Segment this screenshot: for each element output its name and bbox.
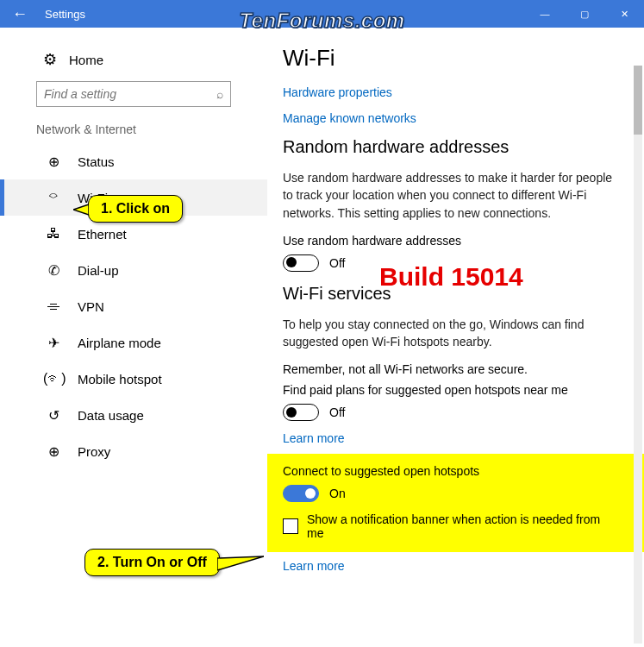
- sidebar-item-proxy[interactable]: ⊕ Proxy: [0, 433, 267, 469]
- annotation-callout-1: 1. Click on: [88, 195, 183, 223]
- wifi-icon: ⌔: [43, 190, 64, 205]
- sidebar-item-dialup[interactable]: ✆ Dial-up: [0, 252, 267, 288]
- ethernet-icon: 🖧: [43, 226, 64, 242]
- sidebar-item-label: VPN: [78, 299, 104, 314]
- paid-plans-toggle[interactable]: [283, 404, 319, 421]
- gear-icon: ⚙: [43, 50, 57, 69]
- random-hardware-description: Use random hardware addresses to make it…: [283, 169, 620, 222]
- link-learn-more-1[interactable]: Learn more: [283, 431, 620, 445]
- random-hardware-toggle-label: Use random hardware addresses: [283, 234, 620, 248]
- airplane-icon: ✈: [43, 335, 64, 351]
- svg-marker-1: [217, 556, 264, 570]
- search-icon: ⌕: [216, 87, 230, 101]
- close-button[interactable]: ✕: [604, 0, 644, 28]
- sidebar-item-label: Proxy: [78, 444, 110, 459]
- heading-random-hardware: Random hardware addresses: [283, 137, 620, 157]
- sidebar-item-label: Data usage: [78, 408, 144, 423]
- maximize-button[interactable]: ▢: [565, 0, 604, 28]
- section-label: Network & Internet: [0, 122, 267, 143]
- search-input[interactable]: [37, 87, 216, 101]
- sidebar-item-hotspot[interactable]: (ᯤ) Mobile hotspot: [0, 361, 267, 397]
- sidebar-item-label: Airplane mode: [78, 336, 161, 350]
- search-settings[interactable]: ⌕: [36, 81, 231, 107]
- home-nav[interactable]: ⚙ Home: [0, 45, 267, 81]
- arrow-left-icon: ←: [12, 5, 28, 23]
- window-titlebar: ← Settings — ▢ ✕: [0, 0, 644, 28]
- connect-hotspots-toggle-state: On: [329, 487, 346, 500]
- random-hardware-toggle[interactable]: [283, 254, 319, 272]
- minimize-icon: —: [541, 9, 550, 19]
- callout-tail-icon: [73, 203, 89, 217]
- sidebar-item-datausage[interactable]: ↺ Data usage: [0, 397, 267, 433]
- notification-banner-row[interactable]: Show a notification banner when action i…: [283, 512, 620, 540]
- sidebar-item-vpn[interactable]: ⌯ VPN: [0, 288, 267, 324]
- notification-banner-checkbox[interactable]: [283, 518, 298, 534]
- settings-main-pane: Wi-Fi Hardware properties Manage known n…: [267, 28, 644, 647]
- back-button[interactable]: ←: [0, 0, 40, 28]
- connect-hotspots-label: Connect to suggested open hotspots: [283, 464, 620, 478]
- annotation-callout-2: 2. Turn On or Off: [84, 549, 220, 576]
- minimize-button[interactable]: —: [525, 0, 565, 28]
- maximize-icon: ▢: [580, 9, 589, 20]
- link-manage-known-networks[interactable]: Manage known networks: [283, 111, 620, 125]
- highlight-connect-hotspots: Connect to suggested open hotspots On Sh…: [267, 454, 644, 552]
- hotspot-icon: (ᯤ): [43, 371, 64, 386]
- vpn-icon: ⌯: [43, 298, 64, 314]
- wifi-services-note: Remember, not all Wi-Fi networks are sec…: [283, 362, 620, 376]
- close-icon: ✕: [621, 9, 628, 20]
- link-hardware-properties[interactable]: Hardware properties: [283, 85, 620, 99]
- paid-plans-label: Find paid plans for suggested open hotsp…: [283, 383, 620, 397]
- vertical-scrollbar[interactable]: [634, 66, 642, 644]
- link-learn-more-2[interactable]: Learn more: [283, 559, 620, 573]
- proxy-icon: ⊕: [43, 443, 64, 460]
- sidebar-item-label: Status: [78, 154, 115, 169]
- notification-banner-label: Show a notification banner when action i…: [307, 512, 620, 540]
- page-title: Wi-Fi: [283, 45, 620, 72]
- window-title: Settings: [40, 8, 85, 21]
- sidebar-item-airplane[interactable]: ✈ Airplane mode: [0, 324, 267, 361]
- connect-hotspots-toggle[interactable]: [283, 485, 319, 502]
- wifi-services-description: To help you stay connected on the go, Wi…: [283, 316, 620, 351]
- sidebar-item-label: Dial-up: [78, 263, 119, 278]
- heading-wifi-services: Wi-Fi services: [283, 284, 620, 304]
- callout-tail-icon: [217, 555, 264, 574]
- home-label: Home: [69, 53, 103, 67]
- svg-marker-0: [73, 204, 89, 215]
- sidebar-item-status[interactable]: ⊕ Status: [0, 143, 267, 179]
- scrollbar-thumb[interactable]: [634, 66, 642, 135]
- random-hardware-toggle-state: Off: [329, 256, 345, 270]
- sidebar-item-label: Mobile hotspot: [78, 372, 162, 386]
- sidebar-item-label: Ethernet: [78, 227, 127, 242]
- dialup-icon: ✆: [43, 262, 64, 279]
- data-usage-icon: ↺: [43, 407, 64, 424]
- paid-plans-toggle-state: Off: [329, 405, 345, 419]
- status-icon: ⊕: [43, 154, 64, 170]
